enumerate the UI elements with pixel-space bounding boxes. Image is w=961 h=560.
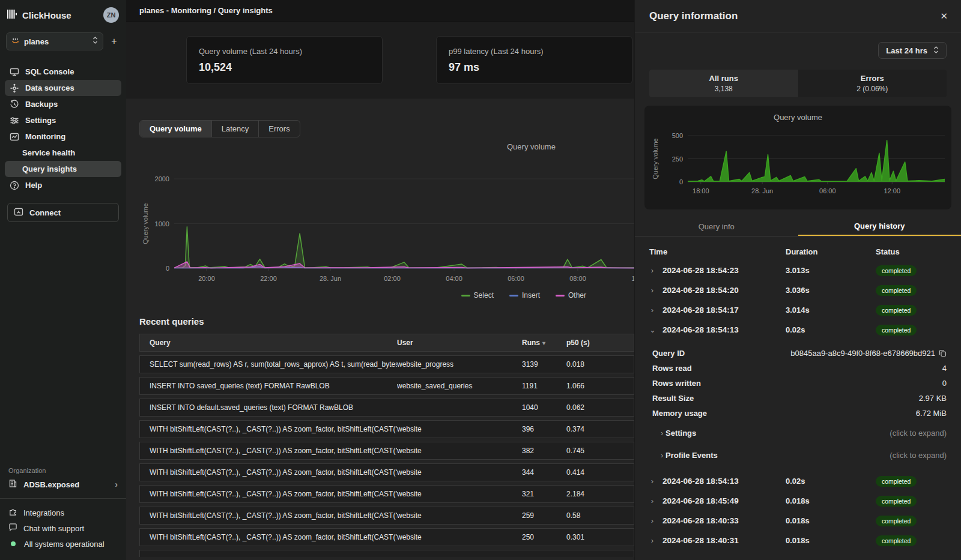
tab-query-info[interactable]: Query info <box>635 217 798 236</box>
table-row[interactable]: WITH bitShiftLeft(CAST(?..), _CAST(?..))… <box>139 528 634 546</box>
detail-rows-read: Rows read 4 <box>652 361 947 376</box>
cell-query: WITH bitShiftLeft(CAST(?..), _CAST(?..))… <box>140 511 397 520</box>
profile-events-expand-row[interactable]: › Profile Events (click to expand) <box>652 445 947 465</box>
status-badge: completed <box>876 305 917 316</box>
history-row[interactable]: ›2024-06-28 18:54:13 0.02s completed <box>649 471 947 491</box>
legend-item-other[interactable]: Other <box>556 291 586 300</box>
sidebar-item-sql-console[interactable]: SQL Console <box>5 64 121 80</box>
connect-label: Connect <box>29 208 61 217</box>
sidebar-item-label: Service health <box>22 148 75 157</box>
chevron-right-icon[interactable]: › <box>649 306 655 315</box>
sidebar-item-help[interactable]: Help <box>5 177 121 193</box>
run-time: 2024-06-28 18:54:13 <box>662 477 739 486</box>
sidebar-item-chat-support[interactable]: Chat with support <box>8 520 118 536</box>
svg-text:06:00: 06:00 <box>508 275 524 282</box>
svg-text:02:00: 02:00 <box>384 275 401 282</box>
table-row[interactable]: WITH bitShiftLeft(CAST(?..), _CAST(?..))… <box>139 420 634 438</box>
settings-expand-row[interactable]: › Settings (click to expand) <box>652 423 947 443</box>
user-avatar[interactable]: ZN <box>103 7 119 23</box>
recent-queries-title: Recent queries <box>139 316 634 327</box>
stat-band: Query volume (Last 24 hours) 10,524 p99 … <box>126 22 634 98</box>
cell-query: INSERT INTO saved_queries (text) FORMAT … <box>140 382 397 390</box>
segment-errors[interactable]: Errors 2 (0.06%) <box>798 70 947 97</box>
status-badge: completed <box>876 535 917 546</box>
svg-text:2000: 2000 <box>155 175 169 182</box>
table-row[interactable]: INSERT INTO saved_queries (text) FORMAT … <box>139 377 634 395</box>
col-runs[interactable]: Runs ▾ <box>522 339 566 347</box>
time-range-select[interactable]: Last 24 hrs <box>878 42 947 59</box>
sidebar-item-label: Settings <box>25 116 56 125</box>
history-header-row: Time Duration Status <box>649 242 947 260</box>
svg-text:04:00: 04:00 <box>446 275 462 282</box>
cell-user: website_progress <box>397 360 522 369</box>
run-time: 2024-06-28 18:40:33 <box>662 516 739 525</box>
detail-value: 6.72 MiB <box>916 409 947 418</box>
chevron-right-icon[interactable]: › <box>649 266 655 275</box>
copy-icon[interactable] <box>939 349 947 357</box>
service-selector[interactable]: planes <box>6 32 103 50</box>
legend-item-select[interactable]: Select <box>461 291 494 300</box>
stat-value: 97 ms <box>449 61 620 74</box>
history-row[interactable]: ›2024-06-28 18:54:23 3.013s completed <box>649 260 947 280</box>
recent-queries-table: Query User Runs ▾ p50 (s) SELECT sum(rea… <box>139 334 634 557</box>
add-service-button[interactable]: + <box>108 36 120 47</box>
svg-text:18:00: 18:00 <box>693 187 709 194</box>
organization-name: ADSB.exposed <box>23 480 109 489</box>
query-id-value: b0845aa9-a8c9-49f0-8f68-e678669bd921 <box>790 349 935 358</box>
footer-item-label: Integrations <box>23 508 64 517</box>
history-row[interactable]: ›2024-06-28 18:45:49 0.018s completed <box>649 491 947 511</box>
history-row[interactable]: ›2024-06-28 18:40:33 0.018s completed <box>649 511 947 531</box>
table-row[interactable]: WITH bitShiftLeft(CAST(?..), _CAST(?..))… <box>139 442 634 460</box>
segment-all-runs[interactable]: All runs 3,138 <box>649 70 798 97</box>
cell-query: WITH bitShiftLeft(CAST(?..), _CAST(?..))… <box>140 533 397 541</box>
col-user: User <box>397 339 522 347</box>
chevron-right-icon[interactable]: › <box>649 477 655 486</box>
detail-query-id: Query ID b0845aa9-a8c9-49f0-8f68-e678669… <box>652 346 947 361</box>
main-chart-canvas: 01000200020:0022:0028. Jun02:0004:0006:0… <box>139 159 634 286</box>
sidebar-item-backups[interactable]: Backups <box>5 96 121 112</box>
cell-runs: 1040 <box>522 403 566 412</box>
status-badge: completed <box>876 325 917 336</box>
tab-query-volume[interactable]: Query volume <box>140 121 212 137</box>
connect-button[interactable]: Connect <box>7 203 119 222</box>
history-row[interactable]: ›2024-06-28 18:54:20 3.036s completed <box>649 280 947 300</box>
table-row[interactable]: INSERT INTO default.saved_queries (text)… <box>139 399 634 417</box>
table-row[interactable]: WITH bitShiftLeft(CAST(?..), _CAST(?..))… <box>139 485 634 503</box>
table-row-partial[interactable] <box>139 550 634 557</box>
run-duration: 0.018s <box>786 536 876 545</box>
sidebar: ClickHouse ZN planes + SQL Console Data … <box>0 0 126 560</box>
chevron-right-icon[interactable]: › <box>649 286 655 295</box>
sidebar-item-data-sources[interactable]: Data sources <box>5 80 121 96</box>
system-status-row[interactable]: All systems operational <box>8 536 118 552</box>
history-row[interactable]: ›2024-06-28 18:54:17 3.014s completed <box>649 300 947 320</box>
sidebar-item-integrations[interactable]: Integrations <box>8 505 118 520</box>
sidebar-item-monitoring[interactable]: Monitoring <box>5 128 121 145</box>
history-row[interactable]: ›2024-06-28 18:40:31 0.018s completed <box>649 531 947 550</box>
cell-p50: 0.018 <box>566 360 634 369</box>
query-volume-chart: Query volume 01000200020:0022:0028. Jun0… <box>139 142 634 303</box>
footer-item-label: Chat with support <box>23 524 84 533</box>
table-row[interactable]: SELECT sum(read_rows) AS r, sum(total_ro… <box>139 355 634 373</box>
close-icon[interactable]: ✕ <box>940 11 948 22</box>
tab-query-history[interactable]: Query history <box>798 217 961 236</box>
chevron-right-icon[interactable]: › <box>649 516 655 525</box>
time-range-value: Last 24 hrs <box>886 46 927 55</box>
table-row[interactable]: WITH bitShiftLeft(CAST(?..), _CAST(?..))… <box>139 507 634 525</box>
chart-legend: Select Insert Other <box>461 291 586 300</box>
tab-latency[interactable]: Latency <box>212 121 259 137</box>
svg-text:Query volume: Query volume <box>142 203 149 244</box>
history-row-expanded[interactable]: ⌄2024-06-28 18:54:13 0.02s completed <box>649 320 947 340</box>
sidebar-item-settings[interactable]: Settings <box>5 112 121 128</box>
table-row[interactable]: WITH bitShiftLeft(CAST(?..), _CAST(?..))… <box>139 463 634 481</box>
sidebar-item-query-insights[interactable]: Query insights <box>5 161 121 177</box>
chevron-right-icon[interactable]: › <box>649 496 655 505</box>
chevron-down-icon[interactable]: ⌄ <box>649 325 655 334</box>
run-duration: 3.014s <box>786 306 876 315</box>
run-time: 2024-06-28 18:45:49 <box>662 496 739 505</box>
chevron-right-icon[interactable]: › <box>649 536 655 545</box>
organization-row[interactable]: ADSB.exposed › <box>0 479 126 498</box>
sidebar-item-service-health[interactable]: Service health <box>5 145 121 161</box>
col-p50: p50 (s) <box>566 339 634 347</box>
legend-item-insert[interactable]: Insert <box>509 291 540 300</box>
tab-errors[interactable]: Errors <box>259 121 299 137</box>
